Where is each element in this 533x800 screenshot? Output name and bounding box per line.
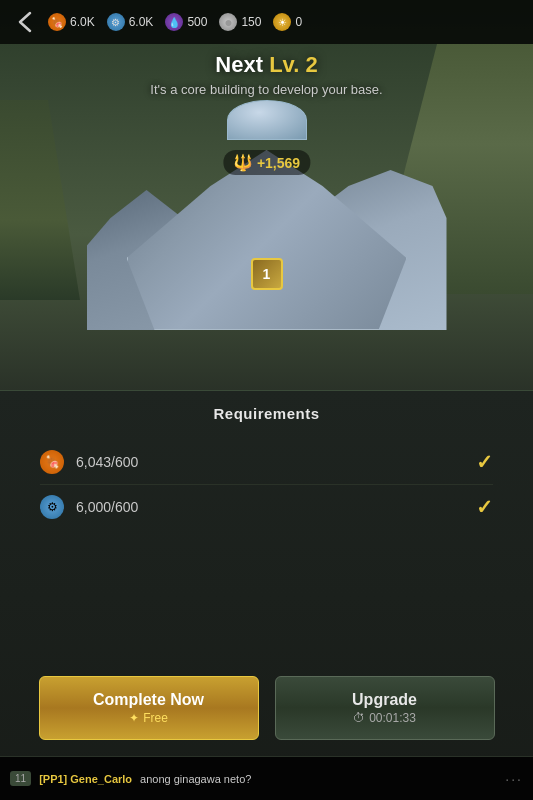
chat-dots-icon: ··· xyxy=(505,771,523,787)
requirements-title: Requirements xyxy=(0,391,533,432)
steel-icon: ⚙ xyxy=(107,13,125,31)
chat-username: [PP1] Gene_Carlo xyxy=(39,773,132,785)
requirement-food: 🍖 6,043/600 ✓ xyxy=(40,440,493,485)
coin-icon: ● xyxy=(219,13,237,31)
resource-steel: ⚙ 6.0K xyxy=(107,13,154,31)
upgrade-label: Upgrade xyxy=(352,691,417,709)
resource-coin: ● 150 xyxy=(219,13,261,31)
chat-tag: [PP1] xyxy=(39,773,67,785)
req-steel-amount: 6,000/600 xyxy=(76,499,476,515)
resource-list: 🍖 6.0K ⚙ 6.0K 💧 500 ● 150 ☀ 0 xyxy=(48,13,302,31)
building-dome xyxy=(227,100,307,140)
title-level: Lv. 2 xyxy=(269,52,318,77)
chat-message: anong ginagawa neto? xyxy=(140,773,251,785)
coin-value: 150 xyxy=(241,15,261,29)
building-main-body xyxy=(127,150,407,330)
chat-name: Gene_Carlo xyxy=(70,773,132,785)
upgrade-sub: ⏱ 00:01:33 xyxy=(353,711,416,725)
main-panel: Requirements 🍖 6,043/600 ✓ ⚙ 6,000/600 ✓… xyxy=(0,390,533,800)
power-value: 0 xyxy=(295,15,302,29)
requirements-list: 🍖 6,043/600 ✓ ⚙ 6,000/600 ✓ xyxy=(0,432,533,537)
chat-badge: 11 xyxy=(10,771,31,786)
steel-value: 6.0K xyxy=(129,15,154,29)
action-buttons: Complete Now ✦ Free Upgrade ⏱ 00:01:33 xyxy=(0,676,533,740)
food-value: 6.0K xyxy=(70,15,95,29)
oil-value: 500 xyxy=(187,15,207,29)
food-icon: 🍖 xyxy=(48,13,66,31)
complete-sub-label: Free xyxy=(143,711,168,725)
complete-now-label: Complete Now xyxy=(93,691,204,709)
complete-now-button[interactable]: Complete Now ✦ Free xyxy=(39,676,259,740)
terrain-left xyxy=(0,100,80,300)
resource-oil: 💧 500 xyxy=(165,13,207,31)
top-bar: 🍖 6.0K ⚙ 6.0K 💧 500 ● 150 ☀ 0 xyxy=(0,0,533,44)
power-icon: ☀ xyxy=(273,13,291,31)
upgrade-timer: 00:01:33 xyxy=(369,711,416,725)
oil-icon: 💧 xyxy=(165,13,183,31)
title-prefix: Next xyxy=(215,52,263,77)
resource-food: 🍖 6.0K xyxy=(48,13,95,31)
building-area xyxy=(77,90,457,330)
upgrade-sub-icon: ⏱ xyxy=(353,711,365,725)
chat-bar: 11 [PP1] Gene_Carlo anong ginagawa neto?… xyxy=(0,756,533,800)
complete-now-sub: ✦ Free xyxy=(129,711,168,725)
upgrade-button[interactable]: Upgrade ⏱ 00:01:33 xyxy=(275,676,495,740)
requirement-steel: ⚙ 6,000/600 ✓ xyxy=(40,485,493,529)
req-steel-check: ✓ xyxy=(476,495,493,519)
back-button[interactable] xyxy=(10,7,40,37)
resource-power: ☀ 0 xyxy=(273,13,302,31)
req-food-icon: 🍖 xyxy=(40,450,64,474)
complete-sub-icon: ✦ xyxy=(129,711,139,725)
req-food-amount: 6,043/600 xyxy=(76,454,476,470)
req-steel-icon: ⚙ xyxy=(40,495,64,519)
req-food-check: ✓ xyxy=(476,450,493,474)
game-scene: Next Lv. 2 It's a core building to devel… xyxy=(0,0,533,390)
